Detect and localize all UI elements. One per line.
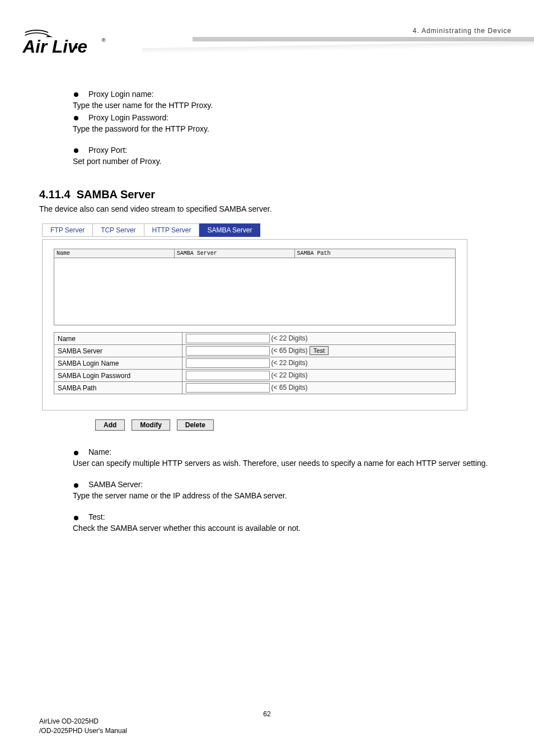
- label-login-password: SAMBA Login Password: [54, 370, 182, 382]
- bullet-desc: Set port number of Proxy.: [73, 157, 509, 166]
- test-button[interactable]: Test: [310, 346, 329, 355]
- row-path: SAMBA Path (< 65 Digits): [54, 382, 456, 394]
- footer: AirLive OD-2025HD /OD-2025PHD User's Man…: [39, 717, 127, 736]
- panel-buttons: Add Modify Delete: [95, 419, 467, 431]
- bullet-icon: [74, 92, 78, 97]
- col-server: SAMBA Server: [175, 249, 295, 258]
- bullet-icon: [74, 483, 78, 488]
- bullet-desc: Type the password for the HTTP Proxy.: [73, 124, 509, 133]
- bullet-desc: Check the SAMBA server whether this acco…: [73, 524, 509, 533]
- screenshot-panel: FTP Server TCP Server HTTP Server SAMBA …: [42, 223, 467, 431]
- header-shade: [142, 41, 534, 54]
- server-list-header: Name SAMBA Server SAMBA Path: [54, 249, 456, 258]
- tab-ftp[interactable]: FTP Server: [42, 223, 93, 237]
- add-button[interactable]: Add: [95, 419, 125, 431]
- bullet-label: SAMBA Server:: [88, 480, 143, 489]
- col-name: Name: [54, 249, 175, 258]
- svg-text:®: ®: [101, 37, 106, 43]
- airlive-logo: Air Live ®: [22, 27, 134, 61]
- input-path[interactable]: [186, 383, 270, 393]
- tab-http[interactable]: HTTP Server: [144, 223, 200, 237]
- label-name: Name: [54, 333, 182, 345]
- row-login-name: SAMBA Login Name (< 22 Digits): [54, 357, 456, 370]
- bullet-icon: [74, 116, 78, 120]
- label-server: SAMBA Server: [54, 345, 182, 357]
- section-heading: 4.11.4 SAMBA Server: [39, 188, 509, 201]
- bullet-icon: [74, 148, 78, 153]
- input-name[interactable]: [186, 334, 270, 343]
- row-server: SAMBA Server (< 65 Digits) Test: [54, 345, 456, 357]
- section-desc: The device also can send video stream to…: [39, 204, 509, 213]
- svg-text:Air Live: Air Live: [22, 37, 87, 57]
- label-login-name: SAMBA Login Name: [54, 357, 182, 370]
- hint: (< 65 Digits): [271, 384, 307, 391]
- svg-point-2: [74, 46, 77, 49]
- header-bar: [193, 37, 534, 41]
- bullet-icon: [74, 516, 78, 520]
- delete-button[interactable]: Delete: [177, 419, 214, 431]
- hint: (< 22 Digits): [271, 334, 307, 342]
- top-bullets: Proxy Login name:: [73, 90, 509, 99]
- tab-tcp[interactable]: TCP Server: [93, 223, 144, 237]
- row-login-password: SAMBA Login Password (< 22 Digits): [54, 370, 456, 382]
- bullet-label: Proxy Login name:: [88, 90, 154, 99]
- bullet-label: Name:: [88, 447, 111, 456]
- bullet-desc: User can specify multiple HTTP servers a…: [73, 459, 509, 468]
- server-list-body[interactable]: [54, 258, 456, 325]
- bullet-icon: [74, 451, 78, 455]
- row-name: Name (< 22 Digits): [54, 333, 456, 345]
- col-path: SAMBA Path: [295, 249, 455, 258]
- main-content: Proxy Login name: Type the user name for…: [73, 90, 509, 536]
- modify-button[interactable]: Modify: [132, 419, 170, 431]
- tab-samba[interactable]: SAMBA Server: [199, 223, 260, 237]
- tab-bar: FTP Server TCP Server HTTP Server SAMBA …: [42, 223, 467, 237]
- samba-panel: Name SAMBA Server SAMBA Path Name (< 22 …: [42, 239, 467, 410]
- bullet-label: Test:: [88, 512, 105, 521]
- lower-bullets: Name: User can specify multiple HTTP ser…: [73, 447, 509, 533]
- hint: (< 22 Digits): [271, 359, 307, 367]
- bullet-label: Proxy Port:: [88, 146, 127, 155]
- bullet-label: Proxy Login Password:: [88, 113, 168, 122]
- input-server[interactable]: [186, 346, 270, 356]
- label-path: SAMBA Path: [54, 382, 182, 394]
- samba-form: Name (< 22 Digits) SAMBA Server (< 65 Di…: [54, 332, 456, 394]
- breadcrumb: 4. Administrating the Device: [413, 27, 512, 35]
- hint: (< 65 Digits): [271, 347, 307, 354]
- bullet-desc: Type the server name or the IP address o…: [73, 491, 509, 500]
- input-login-password[interactable]: [186, 371, 270, 380]
- input-login-name[interactable]: [186, 358, 270, 368]
- bullet-desc: Type the user name for the HTTP Proxy.: [73, 101, 509, 110]
- hint: (< 22 Digits): [271, 371, 307, 379]
- page-number: 62: [263, 710, 270, 718]
